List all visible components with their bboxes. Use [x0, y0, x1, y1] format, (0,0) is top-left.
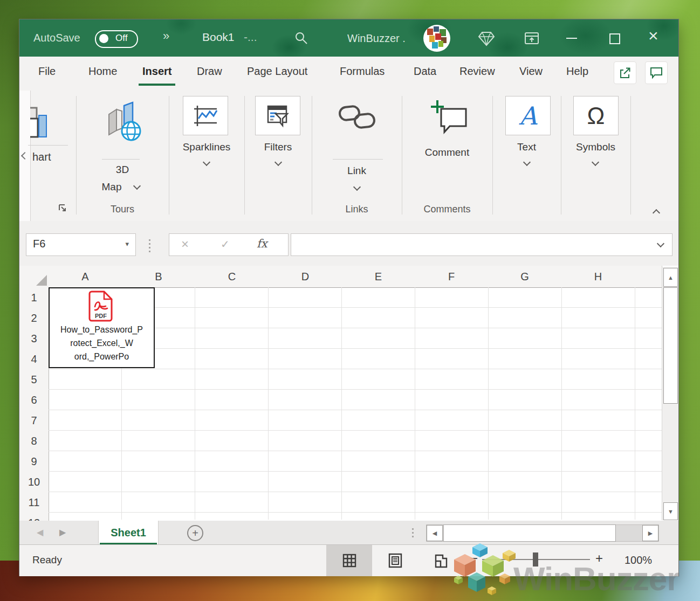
3d-map-button-line1[interactable]: 3D [76, 164, 169, 176]
split-divider [102, 159, 140, 160]
horizontal-scrollbar-thumb[interactable] [443, 524, 616, 542]
ribbon-tab-row: File Home Insert Draw Page Layout Formul… [19, 57, 678, 91]
sparklines-button-label[interactable]: Sparklines [169, 141, 244, 153]
row-header-4[interactable]: 4 [19, 349, 49, 370]
filters-button-label[interactable]: Filters [244, 141, 312, 153]
tab-home[interactable]: Home [88, 65, 117, 87]
tab-review[interactable]: Review [459, 65, 495, 87]
document-title-trail: -... [244, 30, 257, 44]
column-header-c[interactable]: C [195, 266, 269, 288]
text-button-label[interactable]: Text [492, 141, 561, 153]
tab-draw[interactable]: Draw [197, 65, 222, 87]
chevron-down-icon [353, 183, 361, 191]
symbols-button[interactable]: Ω [573, 96, 619, 135]
comment-button-label[interactable]: Comment [402, 147, 492, 158]
column-header-d[interactable]: D [269, 266, 342, 288]
row-header-5[interactable]: 5 [19, 369, 49, 390]
normal-view-button[interactable] [326, 545, 372, 576]
insert-function-icon[interactable]: fx [257, 237, 267, 250]
account-user-name[interactable]: WinBuzzer . [347, 31, 406, 45]
row-header-1[interactable]: 1 [19, 287, 49, 308]
select-all-corner[interactable] [19, 266, 49, 288]
chart-icon[interactable] [30, 103, 50, 139]
collapse-ribbon-icon[interactable] [653, 209, 660, 217]
sheet-nav-right-icon[interactable]: ▶ [59, 527, 66, 537]
row-header-6[interactable]: 6 [19, 390, 49, 411]
page-break-view-button[interactable] [418, 545, 464, 576]
chart-button-partial-label[interactable]: hart [32, 151, 51, 163]
group-separator [244, 96, 245, 215]
account-avatar[interactable] [423, 24, 451, 54]
column-header-f[interactable]: F [415, 266, 489, 288]
tab-formulas[interactable]: Formulas [340, 65, 385, 87]
column-header-g[interactable]: G [488, 266, 562, 288]
embedded-pdf-object[interactable]: PDF How_to_Password_P rotect_Excel,_W or… [49, 287, 155, 368]
row-header-8[interactable]: 8 [19, 431, 49, 452]
column-header-b[interactable]: B [122, 266, 196, 288]
splitter-handle-icon[interactable] [412, 526, 414, 540]
column-header-e[interactable]: E [342, 266, 415, 288]
drag-handle-icon[interactable] [149, 237, 150, 254]
share-button[interactable] [614, 61, 636, 84]
expand-formula-bar-icon[interactable] [657, 240, 664, 247]
zoom-slider-thumb[interactable] [533, 552, 538, 567]
cancel-icon[interactable]: × [181, 237, 189, 252]
tab-file[interactable]: File [38, 65, 56, 87]
formula-input[interactable] [291, 233, 672, 256]
search-icon[interactable] [294, 31, 308, 47]
3d-map-button-line2[interactable]: Map [65, 181, 158, 193]
tab-insert[interactable]: Insert [142, 65, 171, 87]
group-separator [169, 96, 169, 215]
3d-map-icon[interactable] [101, 100, 142, 146]
symbols-button-label[interactable]: Symbols [561, 141, 630, 153]
premium-diamond-icon[interactable] [478, 31, 495, 49]
new-comment-icon[interactable] [428, 98, 469, 140]
row-header-11[interactable]: 11 [19, 492, 49, 513]
vertical-scrollbar-thumb[interactable] [663, 287, 678, 404]
row-header-10[interactable]: 10 [19, 472, 49, 493]
sparklines-button[interactable] [183, 96, 228, 135]
new-sheet-button[interactable]: + [187, 525, 203, 541]
autosave-toggle[interactable]: Off [95, 30, 138, 48]
scroll-right-icon[interactable]: ▶ [642, 525, 658, 541]
row-header-9[interactable]: 9 [19, 451, 49, 472]
row-header-12[interactable]: 12 [19, 513, 49, 521]
sheet-tab-sheet1[interactable]: Sheet1 [98, 521, 159, 544]
text-button[interactable]: A [505, 96, 551, 135]
column-header-a[interactable]: A [49, 266, 122, 288]
quick-access-overflow-icon[interactable]: » [163, 29, 169, 43]
name-box[interactable]: F6 ▾ [26, 233, 136, 256]
ribbon-scroll-left-button[interactable] [19, 91, 31, 221]
scroll-down-icon[interactable]: ▼ [663, 502, 678, 520]
tab-view[interactable]: View [519, 65, 543, 87]
scroll-left-icon[interactable]: ◀ [427, 525, 443, 541]
scroll-up-icon[interactable]: ▲ [663, 268, 678, 287]
row-header-2[interactable]: 2 [19, 308, 49, 329]
filters-button[interactable] [255, 96, 300, 135]
tab-data[interactable]: Data [414, 65, 436, 87]
close-icon[interactable]: × [648, 26, 658, 46]
link-button-label[interactable]: Link [312, 165, 402, 177]
dialog-launcher-icon[interactable] [58, 204, 67, 215]
zoom-out-icon[interactable]: − [470, 551, 478, 566]
name-box-dropdown-icon[interactable]: ▾ [125, 240, 129, 248]
zoom-in-icon[interactable]: + [595, 551, 603, 566]
maximize-icon[interactable] [609, 33, 620, 44]
column-header-partial[interactable] [635, 266, 662, 288]
minimize-icon[interactable] [566, 38, 577, 39]
tab-help[interactable]: Help [566, 65, 588, 87]
vertical-scrollbar[interactable]: ▲ ▼ [662, 267, 678, 520]
page-layout-view-button[interactable] [372, 545, 418, 576]
column-header-h[interactable]: H [561, 266, 635, 288]
autosave-state: Off [115, 33, 127, 44]
chevron-down-icon [274, 158, 282, 166]
comments-panel-button[interactable] [645, 61, 668, 84]
tab-page-layout[interactable]: Page Layout [247, 65, 307, 87]
group-separator [312, 96, 312, 215]
row-header-3[interactable]: 3 [19, 328, 49, 349]
sheet-nav-left-icon[interactable]: ◀ [37, 527, 43, 537]
enter-check-icon[interactable]: ✓ [221, 238, 230, 251]
link-icon[interactable] [338, 102, 378, 135]
ribbon-display-options-icon[interactable] [524, 31, 539, 47]
row-header-7[interactable]: 7 [19, 410, 49, 431]
